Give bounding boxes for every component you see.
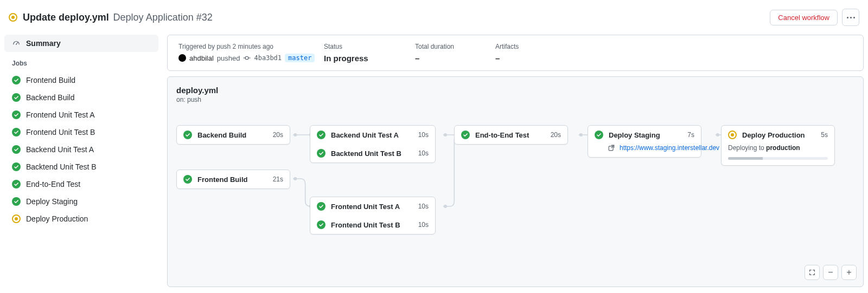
success-icon	[595, 131, 603, 139]
workflow-graph-panel: deploy.yml on: push	[167, 76, 864, 287]
duration-label: Total duration	[415, 43, 491, 50]
success-icon	[317, 202, 326, 211]
running-icon	[728, 131, 737, 139]
svg-point-19	[716, 133, 719, 136]
sidebar-job-label: Deploy Production	[26, 214, 88, 223]
success-icon	[317, 149, 326, 158]
external-link-icon	[608, 144, 615, 152]
success-icon	[12, 197, 21, 206]
sidebar-job-item[interactable]: Frontend Unit Test B	[4, 123, 158, 141]
branch-chip[interactable]: master	[285, 54, 315, 62]
sidebar-job-label: Deploy Staging	[26, 197, 78, 206]
sidebar-job-label: Backend Build	[26, 93, 75, 102]
meter-icon	[12, 39, 21, 48]
graph-zoom-in-button[interactable]: +	[841, 265, 857, 280]
svg-point-10	[293, 133, 297, 136]
sidebar-job-label: End-to-End Test	[26, 180, 80, 188]
workflow-trigger-text: on: push	[176, 96, 854, 103]
artifacts-label: Artifacts	[495, 43, 571, 50]
svg-point-12	[293, 177, 297, 180]
triggered-by-label: Triggered by push 2 minutes ago	[178, 43, 320, 50]
sidebar-job-item[interactable]: Backtend Unit Test B	[4, 158, 158, 175]
success-icon	[317, 220, 326, 229]
sidebar-job-item[interactable]: End-to-End Test	[4, 175, 158, 193]
sidebar-job-label: Backtend Unit Test B	[26, 162, 97, 171]
workflow-status-icon	[9, 13, 17, 22]
sidebar-job-item[interactable]: Frontend Build	[4, 71, 158, 89]
success-icon	[12, 128, 21, 136]
deploying-to-text: Deploying to production	[728, 144, 800, 152]
success-icon	[317, 131, 326, 139]
success-icon	[461, 131, 470, 139]
sidebar-job-item[interactable]: Deploy Staging	[4, 193, 158, 210]
running-icon	[12, 214, 21, 223]
commit-icon	[243, 54, 251, 62]
deploy-progress-bar	[728, 157, 828, 160]
svg-point-17	[579, 133, 583, 136]
artifacts-value: –	[495, 54, 571, 63]
sidebar-summary-label: Summary	[26, 39, 61, 48]
workflow-menu-button[interactable]	[842, 9, 859, 26]
success-icon	[183, 175, 192, 184]
status-value: In progress	[324, 54, 411, 63]
node-backend-build[interactable]: Backend Build 20s	[176, 125, 290, 145]
success-icon	[183, 131, 192, 139]
status-label: Status	[324, 43, 411, 50]
success-icon	[12, 93, 21, 102]
sidebar-job-label: Frontend Unit Test B	[26, 128, 95, 136]
workflow-graph[interactable]: Backend Build 20s Frontend Build 21s	[176, 125, 854, 261]
sidebar-job-label: Frontend Unit Test A	[26, 110, 95, 119]
actor-name[interactable]: ahdbilal	[189, 54, 214, 62]
sidebar-jobs-heading: Jobs	[4, 52, 158, 71]
node-frontend-build[interactable]: Frontend Build 21s	[176, 170, 290, 189]
plus-icon: +	[846, 268, 851, 277]
minus-icon: −	[828, 268, 833, 277]
sidebar-summary[interactable]: Summary	[4, 35, 158, 52]
kebab-icon	[847, 17, 855, 18]
success-icon	[12, 162, 21, 171]
sidebar-job-item[interactable]: Deploy Production	[4, 210, 158, 227]
node-frontend-tests[interactable]: Frontend Unit Test A 10s Frontend Unit T…	[310, 197, 436, 235]
workflow-file-name: deploy.yml	[176, 86, 854, 95]
graph-fullscreen-button[interactable]	[805, 265, 820, 280]
sidebar-job-label: Backend Unit Test A	[26, 145, 94, 154]
success-icon	[12, 110, 21, 119]
success-icon	[12, 76, 21, 84]
graph-zoom-out-button[interactable]: −	[823, 265, 838, 280]
node-deploy-production[interactable]: Deploy Production 5s Deploying to produc…	[721, 125, 835, 166]
svg-point-14	[444, 133, 447, 136]
success-icon	[12, 145, 21, 154]
actor-avatar[interactable]	[178, 54, 186, 62]
fullscreen-icon	[808, 269, 816, 276]
sidebar-job-item[interactable]: Backend Unit Test A	[4, 141, 158, 158]
page-title: Update deploy.yml Deploy Application #32	[23, 12, 213, 23]
node-deploy-staging[interactable]: Deploy Staging 7s https://www.staging.in…	[588, 125, 701, 158]
sidebar-job-label: Frontend Build	[26, 76, 75, 84]
node-e2e-test[interactable]: End-to-End Test 20s	[454, 125, 568, 145]
staging-url-link[interactable]: https://www.staging.interstellar.dev	[620, 144, 719, 152]
actor-action: pushed	[217, 54, 240, 62]
commit-sha[interactable]: 4ba3bd1	[254, 54, 282, 62]
sidebar-job-item[interactable]: Backend Build	[4, 89, 158, 106]
duration-value: –	[415, 54, 491, 63]
svg-point-15	[444, 205, 447, 208]
success-icon	[12, 180, 21, 188]
cancel-workflow-button[interactable]: Cancel workflow	[770, 10, 838, 25]
sidebar-job-item[interactable]: Frontend Unit Test A	[4, 106, 158, 123]
node-backend-tests[interactable]: Backend Unit Test A 10s Backtend Unit Te…	[310, 125, 436, 163]
